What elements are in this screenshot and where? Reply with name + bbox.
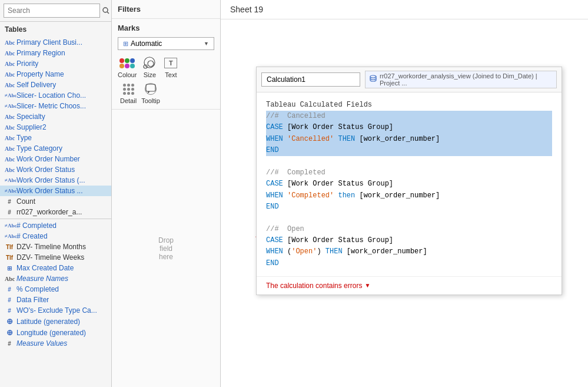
field-label: Data Filter	[16, 296, 49, 304]
list-item[interactable]: Abc Primary Region	[0, 48, 111, 58]
search-button[interactable]	[102, 5, 109, 16]
code-line: WHEN ('Open') THEN [work_order_number]	[266, 247, 427, 256]
list-item[interactable]: # Count	[0, 196, 111, 207]
abc-icon: Abc	[5, 145, 14, 152]
size-label: Size	[144, 71, 156, 78]
text-label: Text	[165, 71, 177, 78]
code-line-highlighted: WHEN 'Cancelled' THEN [work_order_number…	[266, 134, 552, 145]
field-label: Slicer- Metric Choos...	[16, 102, 86, 110]
size-button[interactable]: Size	[141, 56, 158, 78]
svg-point-13	[148, 61, 154, 67]
list-item[interactable]: ≠Abc Slicer- Location Cho...	[0, 90, 111, 101]
list-item[interactable]: TIf DZV- Timeline Weeks	[0, 252, 111, 263]
field-label: Work Order Status ...	[16, 187, 82, 195]
hash-icon: #	[5, 340, 14, 347]
field-list: Abc Primary Client Busi... Abc Primary R…	[0, 37, 111, 387]
list-item[interactable]: Abc Primary Client Busi...	[0, 37, 111, 48]
text-button[interactable]: T Text	[162, 56, 179, 78]
list-item[interactable]: ⊕ Latitude (generated)	[0, 316, 111, 327]
list-item[interactable]: Abc Work Order Status	[0, 164, 111, 175]
list-item[interactable]: Abc Self Delivery	[0, 80, 111, 90]
svg-rect-15	[146, 84, 155, 91]
list-item[interactable]: # % Completed	[0, 284, 111, 295]
abc-icon: Abc	[5, 124, 14, 131]
detail-icon	[120, 82, 137, 96]
abc-icon: Abc	[5, 135, 14, 141]
svg-point-0	[103, 8, 108, 12]
tooltip-button[interactable]: Tooltip	[141, 82, 160, 104]
calc-footer: The calculation contains errors ▼	[257, 276, 562, 295]
list-item-highlighted[interactable]: ≠Abc Work Order Status ...	[0, 186, 111, 196]
list-item[interactable]: ≠Abc Work Order Status (...	[0, 175, 111, 186]
code-line: //# Completed	[266, 168, 325, 177]
list-item[interactable]: Abc Work Order Number	[0, 154, 111, 164]
globe-icon: ⊕	[5, 317, 14, 326]
list-item[interactable]: Abc Measure Names	[0, 273, 111, 284]
filters-header: Filters	[112, 0, 220, 19]
list-item[interactable]: Abc Specialty	[0, 111, 111, 122]
list-item[interactable]: Abc Property Name	[0, 69, 111, 80]
sheet-title: Sheet 19	[221, 0, 588, 19]
list-item[interactable]: TIf DZV- Timeline Months	[0, 242, 111, 252]
field-label: Supplier2	[16, 123, 46, 131]
code-line-highlighted: //# Cancelled	[266, 111, 552, 122]
list-item[interactable]: ≠Abc Slicer- Metric Choos...	[0, 101, 111, 111]
detail-label: Detail	[120, 97, 137, 104]
field-label: DZV- Timeline Weeks	[16, 253, 84, 262]
field-label: Slicer- Location Cho...	[16, 91, 86, 100]
hash-icon: #	[5, 286, 14, 293]
grid-calc-icon: ⊞	[5, 265, 14, 272]
abc-icon: Abc	[5, 50, 14, 57]
search-input[interactable]	[4, 4, 100, 18]
list-item[interactable]: Abc Priority	[0, 58, 111, 69]
list-item[interactable]: Abc Type Category	[0, 143, 111, 154]
calc-dialog-header: rr027_workorder_analysis_view (Joined to…	[257, 67, 562, 92]
tif-icon: TIf	[5, 244, 14, 250]
marks-dropdown-label: Automatic	[131, 39, 162, 48]
list-item[interactable]: ≠Abc # Completed	[0, 220, 111, 231]
calc-body[interactable]: Tableau Calculated Fields //# CancelledC…	[257, 92, 562, 276]
detail-button[interactable]: Detail	[120, 82, 137, 104]
marks-dropdown[interactable]: ⊞ Automatic ▼	[118, 37, 214, 50]
list-item[interactable]: # rr027_workorder_a...	[0, 207, 111, 217]
list-item[interactable]: Abc Supplier2	[0, 122, 111, 133]
text-icon: T	[162, 56, 179, 70]
colour-label: Colour	[118, 71, 137, 78]
field-label: Longitude (generated)	[16, 329, 86, 337]
field-label: Measure Names	[16, 274, 68, 283]
tif-icon: TIf	[5, 254, 14, 261]
section-divider	[0, 219, 111, 219]
left-panel: Tables Abc Primary Client Busi... Abc Pr…	[0, 0, 112, 387]
abc-icon: Abc	[5, 61, 14, 67]
field-label: Work Order Status (...	[16, 176, 85, 184]
field-label: # Created	[16, 232, 48, 240]
field-label: % Completed	[16, 285, 59, 293]
list-item[interactable]: # WO's- Exclude Type Ca...	[0, 305, 111, 316]
field-label: Primary Client Busi...	[16, 38, 82, 47]
marks-type-icon: ⊞	[123, 40, 128, 48]
error-arrow-icon: ▼	[364, 282, 370, 289]
error-message: The calculation contains errors	[266, 282, 362, 290]
tables-header: Tables	[0, 22, 111, 37]
globe-icon: ⊕	[5, 328, 14, 337]
field-label: Measure Values	[16, 339, 67, 348]
abc-icon: Abc	[5, 39, 14, 46]
list-item[interactable]: # Measure Values	[0, 338, 111, 349]
list-item[interactable]: ⊕ Longitude (generated)	[0, 327, 111, 338]
code-line: WHEN 'Completed' then [work_order_number…	[266, 191, 440, 200]
code-line: //# Open	[266, 225, 304, 233]
field-label: Property Name	[16, 70, 64, 78]
colour-icon	[119, 56, 135, 70]
list-item[interactable]: # Data Filter	[0, 295, 111, 305]
tooltip-label: Tooltip	[141, 97, 160, 104]
field-label: DZV- Timeline Months	[16, 243, 86, 251]
code-line-highlighted: END	[266, 145, 552, 156]
calculation-name-input[interactable]	[261, 72, 360, 87]
list-item[interactable]: ≠Abc # Created	[0, 231, 111, 242]
list-item[interactable]: ⊞ Max Created Date	[0, 263, 111, 273]
field-label: # Completed	[16, 221, 57, 230]
marks-section: Marks ⊞ Automatic ▼ Colour	[112, 19, 220, 110]
list-item[interactable]: Abc Type	[0, 133, 111, 143]
colour-button[interactable]: Colour	[118, 56, 137, 78]
hash-icon: #	[5, 199, 14, 205]
